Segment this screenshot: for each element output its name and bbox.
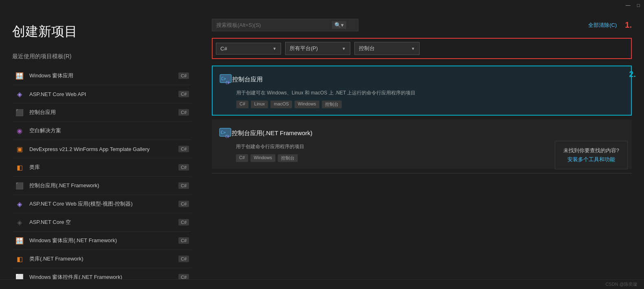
window-controls: — □ — [0, 0, 644, 11]
search-input[interactable] — [216, 22, 330, 28]
left-panel: 创建新项目 最近使用的项目模板(R) 🪟 Windows 窗体应用 C# ◈ A… — [0, 11, 204, 279]
card-tag: Windows — [295, 101, 319, 108]
svg-text:C#: C# — [225, 135, 229, 139]
template-name: 空白解决方案 — [29, 127, 189, 134]
left-template-item-windows-fw[interactable]: 🪟 Windows 窗体应用(.NET Framework) C# — [12, 232, 191, 250]
not-found-box: 未找到你要查找的内容? 安装多个工具和功能 — [555, 141, 628, 169]
template-name: ASP.NET Core 空 — [29, 219, 178, 226]
template-name: 控制台应用 — [29, 109, 178, 116]
lang-badge: C# — [178, 237, 189, 244]
svg-text:C>_: C>_ — [221, 77, 229, 81]
step2-label: 2. — [629, 70, 636, 79]
empty-icon: ◉ — [15, 126, 24, 136]
lang-badge: C# — [178, 201, 189, 207]
minimize-button[interactable]: — — [626, 2, 631, 8]
lang-dropdown-arrow: ▼ — [273, 46, 277, 51]
template-name: Windows 窗体控件库(.NET Framework) — [29, 274, 178, 279]
lang-dropdown[interactable]: C# ▼ — [216, 43, 281, 55]
lang-badge: C# — [178, 256, 189, 262]
template-list: 🪟 Windows 窗体应用 C# ◈ ASP.NET Core Web API… — [12, 67, 191, 279]
card-title: 控制台应用(.NET Framework) — [232, 129, 312, 137]
left-template-item-windows-app[interactable]: 🪟 Windows 窗体应用 C# — [12, 67, 191, 85]
search-box: 🔍▾ — [212, 19, 358, 31]
left-template-item-devexpress[interactable]: ▣ DevExpress v21.2 WinForms App Template… — [12, 140, 191, 158]
card-tag: Windows — [251, 154, 275, 162]
lang-badge: C# — [178, 164, 189, 171]
left-template-item-aspnet-webapi[interactable]: ◈ ASP.NET Core Web API C# — [12, 85, 191, 103]
clear-all-button[interactable]: 全部清除(C) — [588, 22, 617, 29]
card-desc: 用于创建可在 Windows、Linux 和 macOS 上 .NET 上运行的… — [236, 89, 624, 96]
type-dropdown-arrow: ▼ — [411, 46, 415, 51]
platform-dropdown-arrow: ▼ — [342, 46, 346, 51]
left-template-item-lib-fw[interactable]: ◧ 类库(.NET Framework) C# — [12, 250, 191, 268]
template-name: ASP.NET Core Web API — [29, 91, 178, 97]
aspcore-icon: ◈ — [15, 217, 24, 227]
svg-text:C>_: C>_ — [221, 130, 229, 135]
main-layout: 创建新项目 最近使用的项目模板(R) 🪟 Windows 窗体应用 C# ◈ A… — [0, 11, 644, 279]
card-tag: 控制台 — [322, 101, 342, 108]
template-name: DevExpress v21.2 WinForms App Template G… — [29, 146, 178, 152]
card-tag: 控制台 — [278, 154, 298, 162]
search-icon-button[interactable]: 🔍▾ — [332, 21, 346, 29]
lang-badge: C# — [178, 219, 189, 226]
card-header: C>_ C# 控制台应用 — [219, 73, 624, 86]
aspnet-icon: ◈ — [15, 89, 24, 99]
result-card-console-cross[interactable]: C>_ C# 控制台应用 用于创建可在 Windows、Linux 和 macO… — [212, 66, 632, 116]
console-icon: C>_ C# — [219, 73, 232, 86]
card-tag: Linux — [251, 101, 268, 108]
filter-row: 🔍▾ 全部清除(C) 1. — [212, 19, 632, 31]
lang-badge: C# — [178, 91, 189, 97]
filter-dropdowns-row: C# ▼ 所有平台(P) ▼ 控制台 ▼ — [212, 38, 632, 59]
libfw-icon: ◧ — [15, 254, 24, 264]
windows-icon: 🪟 — [15, 71, 24, 81]
maximize-button[interactable]: □ — [637, 2, 640, 8]
not-found-text: 未找到你要查找的内容? — [563, 147, 619, 153]
left-template-item-win-ctl-fw[interactable]: ⬜ Windows 窗体控件库(.NET Framework) C# — [12, 268, 191, 279]
left-template-item-aspnet-empty[interactable]: ◈ ASP.NET Core 空 C# — [12, 213, 191, 232]
section-title: 最近使用的项目模板(R) — [12, 53, 191, 60]
card-tag: C# — [236, 101, 248, 108]
platform-dropdown[interactable]: 所有平台(P) ▼ — [285, 42, 350, 55]
install-tools-link[interactable]: 安装多个工具和功能 — [563, 156, 619, 163]
footer-text: CSDN @陈奕璇 — [606, 282, 637, 287]
card-tag: macOS — [270, 101, 292, 108]
right-panel: 🔍▾ 全部清除(C) 1. C# ▼ 所有平台(P) ▼ 控制台 ▼ — [204, 11, 644, 279]
type-dropdown[interactable]: 控制台 ▼ — [354, 42, 420, 55]
lang-label: C# — [220, 46, 227, 52]
template-name: 控制台应用(.NET Framework) — [29, 182, 178, 189]
results-wrapper: C>_ C# 控制台应用 用于创建可在 Windows、Linux 和 macO… — [212, 66, 632, 177]
template-name: 类库 — [29, 164, 178, 171]
winctl-icon: ⬜ — [15, 272, 24, 279]
winfw-icon: 🪟 — [15, 236, 24, 245]
card-tags: C#LinuxmacOSWindows控制台 — [236, 101, 624, 108]
svg-text:C#: C# — [226, 81, 230, 85]
console-icon: C>_ C# — [219, 127, 232, 140]
card-header: C>_ C# 控制台应用(.NET Framework) — [219, 127, 625, 140]
lang-badge: C# — [178, 182, 189, 189]
step1-label: 1. — [625, 20, 632, 30]
left-template-item-blank-solution[interactable]: ◉ 空白解决方案 — [12, 122, 191, 140]
footer: CSDN @陈奕璇 — [0, 279, 644, 289]
left-template-item-aspnet-mvc[interactable]: ◈ ASP.NET Core Web 应用(模型-视图-控制器) C# — [12, 195, 191, 213]
platform-label: 所有平台(P) — [290, 45, 318, 52]
lang-badge: C# — [178, 146, 189, 152]
console-icon: ⬛ — [15, 107, 24, 117]
lang-badge: C# — [178, 274, 189, 279]
card-title: 控制台应用 — [232, 76, 263, 83]
template-name: ASP.NET Core Web 应用(模型-视图-控制器) — [29, 200, 178, 208]
left-template-item-console-fw[interactable]: ⬛ 控制台应用(.NET Framework) C# — [12, 177, 191, 195]
left-template-item-console-app[interactable]: ⬛ 控制台应用 C# — [12, 103, 191, 122]
lib-icon: ◧ — [15, 162, 24, 172]
lang-badge: C# — [178, 109, 189, 116]
template-name: Windows 窗体应用 — [29, 72, 178, 79]
page-title: 创建新项目 — [12, 23, 191, 41]
type-label: 控制台 — [359, 45, 375, 52]
left-template-item-library[interactable]: ◧ 类库 C# — [12, 158, 191, 177]
template-name: 类库(.NET Framework) — [29, 255, 178, 263]
card-tag: C# — [236, 154, 248, 162]
devex-icon: ▣ — [15, 144, 24, 154]
aspweb-icon: ◈ — [15, 199, 24, 209]
console-fw-icon: ⬛ — [15, 181, 24, 190]
template-name: Windows 窗体应用(.NET Framework) — [29, 237, 178, 244]
lang-badge: C# — [178, 72, 189, 79]
